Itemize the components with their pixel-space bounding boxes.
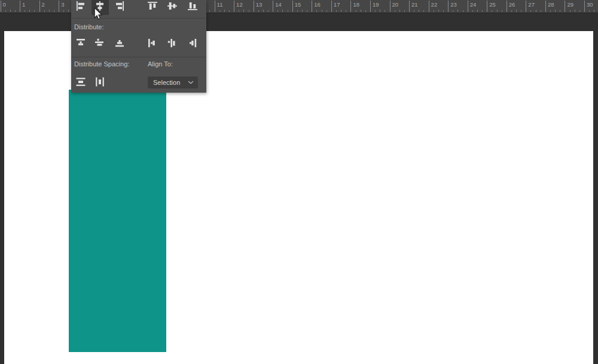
distribute-horizontal-spacing-button[interactable]: [92, 75, 108, 88]
distribute-vertical-spacing-button[interactable]: [73, 75, 89, 88]
ruler-label: 12: [236, 2, 243, 8]
align-top-edges-button[interactable]: [145, 0, 160, 12]
ruler-minor-tick: [443, 10, 444, 12]
ruler-minor-tick: [560, 10, 560, 12]
ruler-label: 0: [3, 2, 6, 8]
ruler-minor-tick: [5, 10, 6, 12]
ruler-minor-tick: [530, 10, 531, 12]
chevron-down-icon: [188, 81, 194, 84]
distribute-left-edges-button[interactable]: [145, 36, 160, 50]
ruler-minor-tick: [589, 10, 590, 12]
ruler-minor-tick: [419, 10, 419, 12]
ruler-minor-tick: [380, 10, 380, 12]
ruler-tick: [526, 1, 526, 12]
ruler-tick: [350, 1, 351, 12]
ruler-minor-tick: [229, 10, 230, 12]
ruler-label: 15: [295, 2, 301, 8]
ruler-minor-tick: [511, 10, 512, 12]
ruler-minor-tick: [268, 10, 269, 12]
distribute-vertical-centers-button[interactable]: [91, 36, 107, 50]
ruler-minor-tick: [49, 10, 50, 12]
distribute-section-label: Distribute:: [74, 23, 104, 30]
ruler-minor-tick: [44, 10, 45, 12]
align-horizontal-centers-button[interactable]: [91, 0, 109, 15]
ruler-minor-tick: [356, 10, 356, 12]
ruler-minor-tick: [521, 10, 521, 12]
separator: [71, 18, 206, 19]
ruler-label: 24: [470, 2, 477, 8]
distribute-horizontal-centers-button[interactable]: [164, 36, 180, 50]
ruler-minor-tick: [453, 10, 453, 12]
distribute-top-edges-button[interactable]: [73, 36, 89, 50]
align-bottom-edges-icon: [188, 1, 197, 11]
distribute-horizontal-centers-icon: [167, 38, 177, 48]
ruler-tick: [409, 1, 410, 12]
ruler-minor-tick: [15, 10, 16, 12]
ruler-label: 28: [548, 2, 554, 8]
ruler-minor-tick: [288, 10, 288, 12]
ruler-minor-tick: [29, 10, 30, 12]
align-to-selected-value: Selection: [153, 79, 188, 86]
ruler-minor-tick: [327, 10, 327, 12]
ruler-tick: [545, 1, 546, 12]
ruler-minor-tick: [457, 10, 458, 12]
ruler-minor-tick: [68, 10, 69, 12]
ruler-minor-tick: [395, 10, 395, 12]
align-left-edges-icon: [76, 1, 86, 11]
ruler-minor-tick: [385, 10, 385, 12]
align-top-edges-icon: [148, 1, 157, 11]
distribute-right-edges-button[interactable]: [185, 36, 200, 50]
ruler-minor-tick: [25, 10, 25, 12]
ruler-tick: [39, 1, 40, 12]
align-right-edges-button[interactable]: [112, 0, 127, 12]
align-bottom-edges-button[interactable]: [185, 0, 200, 12]
distribute-left-edges-icon: [148, 38, 157, 48]
ruler-minor-tick: [594, 10, 594, 12]
ruler-minor-tick: [438, 10, 439, 12]
ruler-minor-tick: [541, 10, 541, 12]
ruler-minor-tick: [434, 10, 434, 12]
ruler-minor-tick: [277, 10, 278, 12]
distribute-top-edges-icon: [76, 38, 86, 48]
ruler-tick: [390, 1, 390, 12]
ruler-tick: [234, 1, 234, 12]
ruler-tick: [20, 1, 20, 12]
ruler-label: 13: [256, 2, 263, 8]
ruler-minor-tick: [579, 10, 580, 12]
ruler-minor-tick: [341, 10, 341, 12]
ruler-label: 25: [489, 2, 496, 8]
distribute-bottom-edges-button[interactable]: [112, 36, 127, 50]
distribute-vertical-centers-icon: [94, 38, 104, 48]
ruler-label: 26: [509, 2, 515, 8]
ruler-minor-tick: [219, 10, 220, 12]
ruler-label: 29: [567, 2, 573, 8]
ruler-minor-tick: [336, 10, 337, 12]
distribute-horizontal-spacing-icon: [95, 77, 105, 87]
align-vertical-centers-button[interactable]: [164, 0, 180, 12]
ruler-tick: [468, 1, 468, 12]
ruler-minor-tick: [550, 10, 551, 12]
ruler-tick: [292, 1, 293, 12]
ruler-minor-tick: [34, 10, 35, 12]
ruler-minor-tick: [361, 10, 361, 12]
ruler-label: 23: [450, 2, 457, 8]
ruler-minor-tick: [63, 10, 64, 12]
ruler-minor-tick: [536, 10, 536, 12]
ruler-tick: [565, 1, 565, 12]
align-left-edges-button[interactable]: [73, 0, 89, 12]
ruler-tick: [1, 1, 1, 12]
ruler-minor-tick: [54, 10, 54, 12]
align-to-select[interactable]: Selection: [148, 77, 198, 88]
ruler-label: 30: [587, 2, 593, 8]
ruler-minor-tick: [302, 10, 303, 12]
ruler-label: 19: [373, 2, 379, 8]
ruler-tick: [448, 1, 448, 12]
ruler-minor-tick: [414, 10, 414, 12]
teal-rectangle-shape[interactable]: [69, 90, 166, 352]
ruler-tick: [584, 1, 585, 12]
ruler-tick: [254, 1, 254, 12]
distribute-vertical-spacing-icon: [76, 77, 86, 87]
ruler-minor-tick: [10, 10, 11, 12]
distribute-bottom-edges-icon: [115, 38, 124, 48]
ruler-tick: [331, 1, 332, 12]
